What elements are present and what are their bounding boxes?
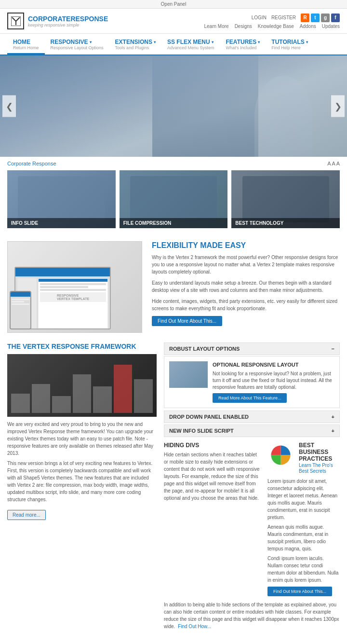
nav-sub-responsive: Responsive Layout Options xyxy=(51,45,104,50)
panel-inner: OPTIONAL RESPONSIVE LAYOUT Not looking f… xyxy=(169,361,334,403)
header-nav-links: Learn More Designs Knowledge Base Addons… xyxy=(204,24,340,29)
infoslide-panel-label: NEW INFO SLIDE SCRIPT xyxy=(169,428,234,434)
flexibility-para2: Easy to understand layouts make setup a … xyxy=(152,279,340,294)
hiding-divs-heading: HIDING DIVS xyxy=(164,442,260,449)
top-bar: Open Panel xyxy=(0,0,347,9)
panel-image xyxy=(169,361,208,388)
lower-find-out-link[interactable]: Find Out How... xyxy=(178,624,211,629)
bp-header: BEST BUSINESS PRACTICES Learn The Pro's … xyxy=(267,442,340,474)
best-practices-section: BEST BUSINESS PRACTICES Learn The Pro's … xyxy=(267,442,340,596)
flexibility-para3: Hide content, images, widgets, third par… xyxy=(152,298,340,312)
vertex-para1: We are very excited and very proud to br… xyxy=(7,421,157,457)
header-auth-links: LOGIN REGISTER R t g f xyxy=(252,14,340,22)
bp-para2: Aenean quis mollis augue. Mauris condime… xyxy=(267,523,340,552)
hero-slider: ❮ ❯ xyxy=(0,55,347,157)
logo-title: CORPORATERESPONSE xyxy=(28,15,108,23)
thumb-file-compression[interactable]: FILE COMPRESSION xyxy=(120,170,228,228)
thumb-grid: INFO SLIDE FILE COMPRESSION BEST TECHNOL… xyxy=(7,170,340,228)
nav-item-features[interactable]: FEATURES ▾ What's Included xyxy=(220,34,266,55)
site-name-label: Corporate Response xyxy=(7,161,56,166)
nav-item-home[interactable]: HOME Return Home xyxy=(7,34,45,55)
login-link[interactable]: LOGIN xyxy=(252,15,267,20)
flexibility-heading-blue: FLEXIBILITY xyxy=(152,241,198,249)
updates-link[interactable]: Updates xyxy=(322,24,340,29)
facebook-icon[interactable]: f xyxy=(331,14,340,22)
thumb-label-3: BEST TECHNOLOGY xyxy=(231,218,340,228)
nav-sub-home: Return Home xyxy=(13,45,39,50)
logo-area: CORPORATERESPONSE keeping responsive sim… xyxy=(7,13,108,29)
bp-para1: Lorem ipsum dolor sit amet, consectetur … xyxy=(267,478,340,521)
dropdown-panel-header[interactable]: DROP DOWN PANEL ENABLED + xyxy=(164,411,340,423)
register-link[interactable]: REGISTER xyxy=(271,15,296,20)
bp-subheading[interactable]: Learn The Pro's Best Secrets xyxy=(299,463,333,474)
font-controls[interactable]: A A A xyxy=(327,161,340,166)
twitter-icon[interactable]: t xyxy=(311,14,320,22)
thumb-label-2: FILE COMPRESSION xyxy=(120,218,228,228)
bp-cta-button[interactable]: Find Out More About This... xyxy=(267,587,332,596)
chevron-down-icon: ▾ xyxy=(258,40,260,44)
bp-para3: Condi ipsum lorem iaculis. Nullam consec… xyxy=(267,555,340,584)
flexibility-para1: Why is the Vertex 2 framework the most p… xyxy=(152,254,340,275)
logo-title-black: CORPORATE xyxy=(28,15,70,23)
panel-text: OPTIONAL RESPONSIVE LAYOUT Not looking f… xyxy=(213,361,334,403)
nav-item-flexmenu[interactable]: SS FLEX MENU ▾ Advanced Menu System xyxy=(161,34,220,55)
chevron-down-icon: ▾ xyxy=(90,40,92,44)
addons-link[interactable]: Addons xyxy=(300,24,316,29)
vertex-para2: This new version brings a lot of very ex… xyxy=(7,460,157,503)
vertex-left: THE VERTEX RESPONSE FRAMEWORK We are ver… xyxy=(7,343,157,630)
logo-icon xyxy=(7,13,24,29)
nav-item-responsive[interactable]: RESPONSIVE ▾ Responsive Layout Options xyxy=(45,34,109,55)
device-mockup-image: RESPONSIVEVERTEX TEMPLATE xyxy=(7,241,142,333)
slider-prev-button[interactable]: ❮ xyxy=(2,96,16,117)
nav-label-responsive: RESPONSIVE ▾ xyxy=(51,39,92,45)
optional-responsive-panel: OPTIONAL RESPONSIVE LAYOUT Not looking f… xyxy=(164,356,340,408)
chevron-down-icon: ▾ xyxy=(154,40,156,44)
header-right: LOGIN REGISTER R t g f Learn More Design… xyxy=(204,14,340,29)
robust-panel-header[interactable]: ROBUST LAYOUT OPTIONS − xyxy=(164,343,340,355)
thumb-info-slide[interactable]: INFO SLIDE xyxy=(7,170,116,228)
flexibility-cta-button[interactable]: Find Out More About This... xyxy=(152,316,222,326)
nav-sub-tutorials: Find Help Here xyxy=(271,45,301,50)
logo-svg-icon xyxy=(11,16,21,26)
nav-sub-extensions: Tools and Plugins xyxy=(115,45,149,50)
nav-label-extensions: EXTENSIONS ▾ xyxy=(115,39,156,45)
logo-title-blue: RESPONSE xyxy=(70,15,108,23)
nav-item-tutorials[interactable]: TUTORIALS ▾ Find Help Here xyxy=(266,34,313,55)
learn-more-link[interactable]: Learn More xyxy=(204,24,228,29)
nav-item-extensions[interactable]: EXTENSIONS ▾ Tools and Plugins xyxy=(109,34,161,55)
rss-icon[interactable]: R xyxy=(301,14,309,22)
bp-heading: BEST BUSINESS PRACTICES xyxy=(299,442,340,462)
infoslide-panel-header[interactable]: NEW INFO SLIDE SCRIPT + xyxy=(164,425,340,437)
lower-content-text: In addition to being able to hide sectio… xyxy=(164,601,340,630)
thumb-label-1: INFO SLIDE xyxy=(7,218,116,228)
nav-label-tutorials: TUTORIALS ▾ xyxy=(271,39,307,45)
thumb-best-technology[interactable]: BEST TECHNOLOGY xyxy=(231,170,340,228)
pie-chart xyxy=(267,442,294,468)
hiding-divs-section: HIDING DIVS Hide certain sections when i… xyxy=(164,442,260,596)
chevron-down-icon: ▾ xyxy=(306,40,308,44)
chevron-down-icon: ▾ xyxy=(212,40,214,44)
flexibility-heading: FLEXIBILITY MADE EASY xyxy=(152,241,340,250)
vertex-right: ROBUST LAYOUT OPTIONS − OPTIONAL RESPONS… xyxy=(164,343,340,630)
panel-description: Not looking for a responsive layout? Not… xyxy=(213,370,334,391)
open-panel-button[interactable]: Open Panel xyxy=(161,1,187,7)
knowledge-base-link[interactable]: Knowledge Base xyxy=(258,24,294,29)
nav-sub-features: What's Included xyxy=(226,45,257,50)
vertex-read-more-button[interactable]: Read more... xyxy=(7,510,46,520)
device-mockup: RESPONSIVEVERTEX TEMPLATE xyxy=(7,241,142,333)
flexibility-heading-black: MADE EASY xyxy=(198,241,246,249)
designs-link[interactable]: Designs xyxy=(235,24,252,29)
lower-section: HIDING DIVS Hide certain sections when i… xyxy=(164,442,340,596)
panel-title: OPTIONAL RESPONSIVE LAYOUT xyxy=(213,361,334,369)
bp-title: BEST BUSINESS PRACTICES Learn The Pro's … xyxy=(299,442,340,474)
vertex-heading: THE VERTEX RESPONSE FRAMEWORK xyxy=(7,343,157,350)
flexibility-section: RESPONSIVEVERTEX TEMPLATE xyxy=(7,241,340,333)
panel-cta-button[interactable]: Read More About This Feature... xyxy=(213,393,287,403)
header: CORPORATERESPONSE keeping responsive sim… xyxy=(0,9,347,34)
gplus-icon[interactable]: g xyxy=(321,14,330,22)
logo-text: CORPORATERESPONSE keeping responsive sim… xyxy=(28,15,108,27)
slider-next-button[interactable]: ❯ xyxy=(331,96,345,117)
logo-subtitle: keeping responsive simple xyxy=(28,23,108,27)
dropdown-panel-label: DROP DOWN PANEL ENABLED xyxy=(169,414,249,420)
thumbnail-section: Corporate Response A A A INFO SLIDE FILE… xyxy=(0,157,347,234)
